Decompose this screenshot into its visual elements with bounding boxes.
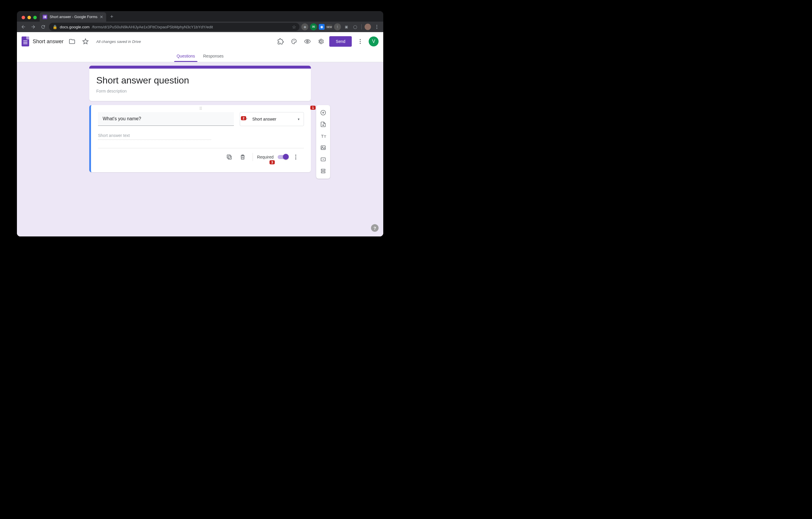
maximize-window-icon[interactable] [33,16,37,19]
add-image-icon[interactable] [318,142,328,153]
tabs-row: Questions Responses [17,51,383,62]
form-title[interactable]: Short answer question [96,75,304,86]
browser-menu-icon[interactable] [373,23,381,31]
add-section-icon[interactable] [318,166,328,176]
address-bar: 🔒 docs.google.com/forms/d/1PuS0uN9kAHIJy… [17,22,383,32]
svg-text:Tᴛ: Tᴛ [321,134,326,139]
palette-icon[interactable] [289,36,299,47]
lock-icon: 🔒 [53,25,57,29]
profile-avatar[interactable] [365,24,371,30]
required-toggle[interactable]: 3 [278,155,288,159]
reload-button[interactable] [39,23,47,31]
svg-point-8 [377,28,377,29]
bookmark-star-icon[interactable]: ☆ [292,24,296,30]
svg-point-15 [359,41,361,42]
browser-tab[interactable]: Short answer - Google Forms ✕ [40,12,106,22]
form-column: Short answer question Form description ⠿… [89,66,311,172]
delete-icon[interactable] [237,151,249,163]
question-input-wrap[interactable]: 2 [98,112,234,126]
new-extension-icon[interactable]: NEW [326,25,332,29]
question-type-dropdown[interactable]: Short answer ▼ [240,112,304,126]
page-content: Short answer All changes saved in Drive … [17,32,383,237]
tab-close-icon[interactable]: ✕ [100,15,103,19]
question-input[interactable] [103,116,229,121]
chevron-down-icon: ▼ [297,118,300,121]
svg-point-10 [293,40,294,40]
forms-logo-icon[interactable] [22,36,29,47]
back-button[interactable] [19,23,27,31]
add-video-icon[interactable] [318,154,328,165]
document-title[interactable]: Short answer [33,38,64,45]
question-more-icon[interactable] [290,151,301,163]
question-type-label: Short answer [252,117,294,121]
required-label: Required [257,155,273,159]
svg-rect-1 [44,16,47,16]
browser-window: Short answer - Google Forms ✕ + 🔒 docs.g… [17,11,383,237]
star-icon[interactable] [81,36,90,47]
forward-button[interactable] [29,23,37,31]
svg-point-7 [377,27,377,27]
question-card: ⠿ 2 Short answer ▼ [89,105,311,172]
app-header: Short answer All changes saved in Drive … [17,32,383,51]
drive-extension-icon[interactable]: ◆ [301,23,308,30]
url-input[interactable]: 🔒 docs.google.com/forms/d/1PuS0uN9kAHIJy… [49,23,299,31]
send-button[interactable]: Send [329,36,352,47]
svg-point-6 [377,25,377,26]
annotation-badge-1: 1 [310,106,316,110]
duplicate-icon[interactable] [224,151,235,163]
drag-handle-icon[interactable]: ⠿ [91,105,311,111]
svg-point-14 [359,39,361,40]
tab-bar: Short answer - Google Forms ✕ + [17,11,383,22]
tab-responses[interactable]: Responses [199,51,228,62]
divider [361,24,362,29]
svg-rect-5 [44,18,47,18]
extension-icon[interactable]: ◉ [319,24,325,30]
forms-favicon [42,15,47,19]
tab-title: Short answer - Google Forms [50,15,97,19]
svg-rect-2 [44,17,44,17]
svg-rect-4 [44,18,44,18]
url-host: docs.google.com [60,25,90,29]
mail-extension-icon[interactable]: ✉ [310,23,317,30]
svg-point-11 [294,40,295,40]
side-toolbar: 1 Tᴛ [316,105,330,179]
move-to-folder-icon[interactable] [67,36,77,47]
extension-icon[interactable]: ▣ [343,23,350,30]
window-controls[interactable] [19,16,40,22]
new-tab-button[interactable]: + [106,14,118,22]
addons-icon[interactable] [276,36,286,47]
save-status: All changes saved in Drive [96,39,141,44]
svg-rect-0 [44,16,44,16]
svg-point-19 [295,155,296,156]
svg-point-21 [295,159,296,160]
close-window-icon[interactable] [22,16,25,19]
svg-point-16 [359,43,361,44]
svg-rect-28 [321,172,325,173]
tab-questions[interactable]: Questions [172,51,199,62]
svg-rect-3 [44,17,47,17]
preview-icon[interactable] [302,36,312,47]
divider [253,153,253,161]
form-canvas: Short answer question Form description ⠿… [17,62,383,237]
svg-rect-27 [321,169,325,171]
svg-point-9 [293,41,293,42]
more-menu-icon[interactable] [355,36,365,47]
form-header-card[interactable]: Short answer question Form description [89,66,311,101]
help-button[interactable]: ? [371,224,379,232]
annotation-badge-2: 2 [241,116,246,120]
minimize-window-icon[interactable] [27,16,31,19]
svg-point-12 [295,41,295,42]
import-questions-icon[interactable] [318,119,328,130]
add-title-icon[interactable]: Tᴛ [318,131,328,141]
settings-icon[interactable] [316,36,326,47]
extension-icon[interactable]: ◯ [351,23,358,30]
add-question-icon[interactable] [318,107,328,118]
form-description[interactable]: Form description [96,89,304,93]
short-answer-placeholder: Short answer text [98,133,211,140]
extension-icon[interactable]: t [334,23,341,30]
svg-point-13 [307,41,308,42]
svg-rect-17 [228,156,232,159]
url-path: /forms/d/1PuS0uN9kAHIJyAe1x3FttCtxpaoPSb… [92,25,213,29]
account-avatar[interactable]: V [369,36,379,47]
question-footer: Required 3 [98,148,304,166]
